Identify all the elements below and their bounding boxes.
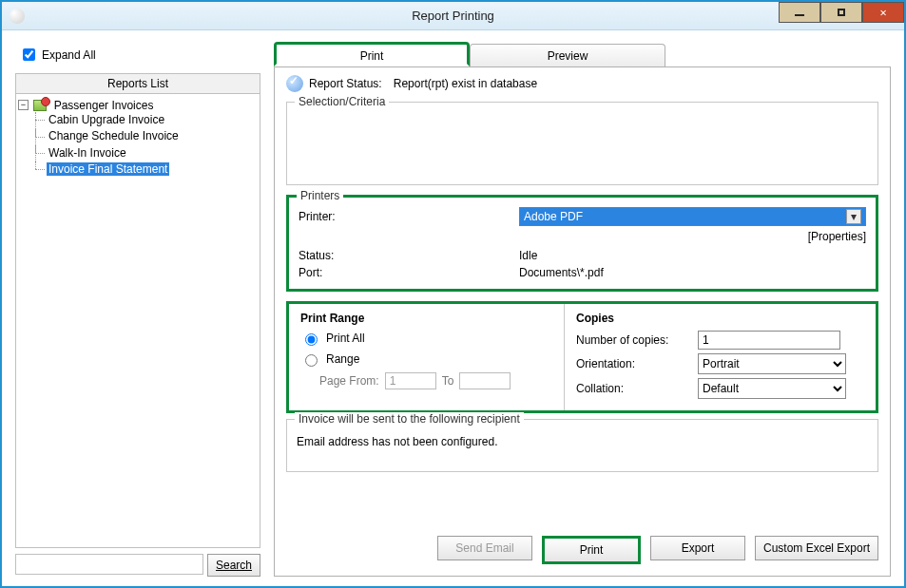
tab-page: Report Status: Report(rpt) exist in data… <box>274 66 891 577</box>
printer-status-label: Status: <box>299 249 519 262</box>
range-label: Range <box>326 352 359 366</box>
report-status-row: Report Status: Report(rpt) exist in data… <box>286 75 878 92</box>
page-from-row: Page From: To <box>319 372 552 389</box>
printer-port-label: Port: <box>299 266 519 279</box>
window-title: Report Printing <box>2 9 904 23</box>
print-range-radio[interactable]: Range <box>300 351 552 367</box>
left-panel: Expand All Reports List − Passenger Invo… <box>15 42 260 577</box>
export-button[interactable]: Export <box>650 536 745 560</box>
tree-root[interactable]: − Passenger Invoices <box>18 98 258 112</box>
range-copies-group: Print Range Print All Range Page From: <box>286 301 878 413</box>
copies-number-input[interactable] <box>698 331 840 350</box>
expand-all-checkbox[interactable]: Expand All <box>19 46 260 64</box>
tree-item[interactable]: Walk-In Invoice <box>35 144 258 161</box>
send-email-button[interactable]: Send Email <box>437 536 532 560</box>
buttons-row: Send Email Print Export Custom Excel Exp… <box>286 530 878 564</box>
search-button[interactable]: Search <box>207 554 260 577</box>
tree-children: Cabin Upgrade Invoice Change Schedule In… <box>35 112 258 178</box>
reports-tree: − Passenger Invoices Cabin Upgrade Invoi… <box>15 94 260 548</box>
close-button[interactable]: ✕ <box>862 2 904 23</box>
page-to-label: To <box>442 374 454 388</box>
titlebar: Report Printing ✕ <box>2 2 904 30</box>
printer-status-value: Idle <box>519 249 537 262</box>
collation-label: Collation: <box>576 382 698 395</box>
tree-root-label: Passenger Invoices <box>52 99 156 112</box>
tree-item[interactable]: Change Schedule Invoice <box>35 128 258 144</box>
printers-group: Printers Printer: Adobe PDF ▾ [Propertie… <box>286 195 878 292</box>
page-from-label: Page From: <box>319 374 379 388</box>
printer-port-value: Documents\*.pdf <box>519 266 604 279</box>
orientation-label: Orientation: <box>576 357 698 370</box>
recipient-legend: Invoice will be sent to the following re… <box>295 412 524 426</box>
printer-properties-link[interactable]: [Properties] <box>299 230 866 243</box>
search-input[interactable] <box>15 554 203 575</box>
print-all-radio[interactable]: Print All <box>300 331 552 346</box>
right-panel: Print Preview Report Status: Report(rpt)… <box>274 42 891 577</box>
print-range-title: Print Range <box>300 312 552 325</box>
printer-label: Printer: <box>299 210 519 223</box>
tab-print[interactable]: Print <box>274 42 470 66</box>
printer-select[interactable]: Adobe PDF ▾ <box>519 207 866 226</box>
print-all-label: Print All <box>326 332 365 345</box>
report-status-label: Report Status: <box>309 77 382 90</box>
printer-value: Adobe PDF <box>524 210 583 223</box>
report-status-value: Report(rpt) exist in database <box>394 77 537 90</box>
window-controls: ✕ <box>779 2 904 25</box>
search-row: Search <box>15 554 260 577</box>
page-from-input[interactable] <box>385 372 436 389</box>
status-ok-icon <box>286 75 303 92</box>
printers-legend: Printers <box>297 189 343 202</box>
copies-number-label: Number of copies: <box>576 333 698 347</box>
range-input[interactable] <box>305 354 318 367</box>
custom-excel-export-button[interactable]: Custom Excel Export <box>755 536 878 560</box>
selection-criteria-group: Selection/Criteria <box>286 102 878 185</box>
print-button[interactable]: Print <box>542 536 641 564</box>
minimize-button[interactable] <box>779 2 820 23</box>
folder-icon <box>33 100 47 111</box>
collation-select[interactable]: Default <box>698 378 846 399</box>
recipient-group: Invoice will be sent to the following re… <box>286 419 878 472</box>
window: Report Printing ✕ Expand All Reports Lis… <box>0 0 906 588</box>
expand-all-input[interactable] <box>23 48 35 61</box>
app-icon <box>10 9 25 24</box>
page-to-input[interactable] <box>459 372 511 389</box>
tree-toggle-icon[interactable]: − <box>18 100 29 110</box>
expand-all-label: Expand All <box>42 48 96 62</box>
content: Expand All Reports List − Passenger Invo… <box>2 30 904 586</box>
recipient-message: Email address has not been configured. <box>297 435 868 448</box>
copies-title: Copies <box>576 312 864 325</box>
tree-item[interactable]: Invoice Final Statement <box>35 161 258 178</box>
maximize-button[interactable] <box>820 2 862 23</box>
print-range-box: Print Range Print All Range Page From: <box>289 304 565 410</box>
tab-preview[interactable]: Preview <box>470 44 665 66</box>
selection-criteria-legend: Selection/Criteria <box>295 95 389 108</box>
tabs: Print Preview <box>274 42 891 66</box>
chevron-down-icon: ▾ <box>846 209 861 224</box>
tree-item[interactable]: Cabin Upgrade Invoice <box>35 112 258 128</box>
copies-box: Copies Number of copies: Orientation: Po… <box>565 304 876 410</box>
reports-list-header: Reports List <box>15 73 260 94</box>
orientation-select[interactable]: Portrait <box>698 353 846 374</box>
print-all-input[interactable] <box>305 333 318 346</box>
